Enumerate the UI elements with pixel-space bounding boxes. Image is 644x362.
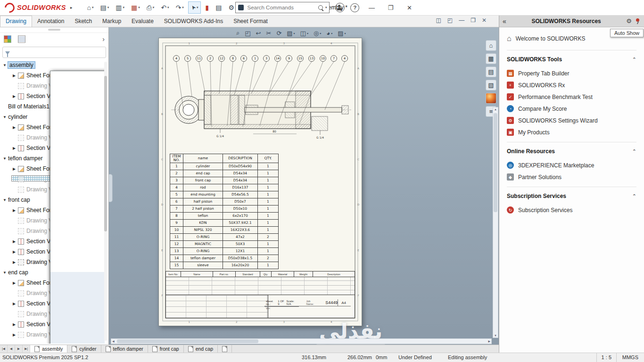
new-document-icon[interactable]: ▤▾ xyxy=(98,2,111,13)
chevron-up-icon[interactable]: ⌃ xyxy=(632,57,636,63)
redo-icon[interactable]: ↷▾ xyxy=(173,2,186,13)
sheet-tab[interactable]: teflon damper xyxy=(101,345,148,353)
sheet-properties-icon[interactable]: ▦ xyxy=(486,53,496,64)
restore-window-button[interactable]: ❐ xyxy=(384,4,397,11)
scroll-down-icon[interactable]: ▼ xyxy=(493,334,498,337)
command-tab[interactable]: SOLIDWORKS Add-Ins xyxy=(159,16,228,27)
horizontal-scrollbar[interactable]: ◀ ▶ xyxy=(111,338,492,344)
search-commands-input[interactable] xyxy=(246,4,315,11)
display-style-icon[interactable]: ◫▾ xyxy=(298,29,310,38)
save-icon[interactable]: ▦▾ xyxy=(129,2,142,13)
close-document-icon[interactable]: ✕ xyxy=(482,17,487,24)
panel-splitter-handle[interactable] xyxy=(109,174,113,202)
tree-item[interactable]: ▼assembly xyxy=(0,60,105,70)
scroll-right-icon[interactable]: ▶ xyxy=(488,339,490,343)
vertical-scrollbar[interactable]: ▲ ▼ xyxy=(493,107,498,338)
help-icon[interactable]: ? xyxy=(350,3,359,12)
logo-expand-icon[interactable]: ▸ xyxy=(70,5,73,10)
minimize-document-icon[interactable]: — xyxy=(459,17,464,24)
appearance-sphere-icon[interactable]: ● xyxy=(486,93,496,104)
first-sheet-button[interactable]: |◀ xyxy=(0,345,8,353)
task-pane-link[interactable]: ◔Compare My Score xyxy=(507,103,636,115)
next-sheet-button[interactable]: ▶ xyxy=(15,345,23,353)
search-dropdown-icon[interactable]: ▾ xyxy=(325,6,327,9)
sheet-scale[interactable]: 1 : 5 xyxy=(596,353,617,362)
tile-windows-icon[interactable]: ◰ xyxy=(447,17,453,24)
task-pane-options-icon[interactable]: ⚙ xyxy=(626,17,632,25)
snapshot-icon[interactable]: ▧ xyxy=(486,80,496,90)
command-tab[interactable]: Sketch xyxy=(69,16,97,27)
sheet-tab[interactable]: assembly xyxy=(30,345,67,353)
edit-appearance-icon[interactable]: ◕▾ xyxy=(324,29,334,38)
minimize-window-button[interactable]: — xyxy=(365,4,378,11)
command-tab[interactable]: Sheet Format xyxy=(228,16,273,27)
title-block[interactable]: Item No.NamePart no.StandardQty.Material… xyxy=(165,271,355,318)
section-header-subscription-services[interactable]: Subscription Services ⌃ xyxy=(507,193,636,199)
task-pane-collapse-icon[interactable]: « xyxy=(503,17,506,25)
rotate-view-icon[interactable]: ⟳ xyxy=(274,29,283,38)
view-orientation-icon[interactable]: ▧▾ xyxy=(285,29,297,38)
restore-document-icon[interactable]: ❐ xyxy=(471,17,476,24)
filter-icon[interactable] xyxy=(5,51,10,57)
panel-expand-icon[interactable]: › xyxy=(102,36,105,42)
tree-item[interactable]: ▼end cap xyxy=(0,267,105,278)
hide-show-items-icon[interactable]: ◎▾ xyxy=(312,29,323,38)
command-tab[interactable]: Annotation xyxy=(32,16,69,27)
print-icon[interactable]: ⎙▾ xyxy=(144,2,157,13)
sheet-tab[interactable]: cylinder xyxy=(67,345,101,353)
command-tab[interactable]: Evaluate xyxy=(126,16,159,27)
task-pane-link[interactable]: ↻Subscription Services xyxy=(507,204,636,216)
task-pane-link[interactable]: +SOLIDWORKS Rx xyxy=(507,79,636,91)
scroll-left-icon[interactable]: ◀ xyxy=(112,339,115,343)
sheet-tab[interactable]: end cap xyxy=(184,345,218,353)
task-pane-link[interactable]: ◆Partner Solutions xyxy=(507,171,636,183)
new-window-icon[interactable]: ◫ xyxy=(436,17,441,24)
featuremanager-tab-icon[interactable] xyxy=(4,35,11,43)
task-pane-link[interactable]: ▣My Products xyxy=(507,126,636,138)
last-sheet-button[interactable]: ▶| xyxy=(23,345,30,353)
xpress-products-icon[interactable]: ▮ xyxy=(203,2,211,13)
bill-of-materials-table[interactable]: ITEM NO. name DESCRIPTION QTY. 1cylinder… xyxy=(170,154,278,269)
home-view-icon[interactable]: ⌂ xyxy=(486,40,496,51)
chevron-up-icon[interactable]: ⌃ xyxy=(632,148,636,155)
tree-scrollbar[interactable] xyxy=(104,62,107,341)
section-header-solidworks-tools[interactable]: SOLIDWORKS Tools ⌃ xyxy=(507,56,636,63)
graphics-area[interactable]: ⌕◰↩✂⟳▧▾◫▾◎▾◕▾▨▾ ⌂▦▤▧●≡ 11223344AABBCCDDE… xyxy=(109,27,499,345)
drawing-sheet[interactable]: 11223344AABBCCDDEEFF G 1/4 G 1/4 80 xyxy=(158,38,362,326)
section-view-icon[interactable]: ✂ xyxy=(264,29,273,38)
sheet-tab[interactable]: front cap xyxy=(148,345,184,353)
zoom-fit-icon[interactable]: ⌕ xyxy=(234,28,241,38)
chevron-up-icon[interactable]: ⌃ xyxy=(632,193,636,199)
vertical-scroll-thumb[interactable] xyxy=(494,113,497,212)
section-header-online-resources[interactable]: Online Resources ⌃ xyxy=(507,148,636,155)
task-pane-link[interactable]: ▦Property Tab Builder xyxy=(507,67,636,79)
file-properties-icon[interactable]: ▤ xyxy=(213,2,224,13)
panel-collapse-handle[interactable] xyxy=(0,27,108,33)
task-pane-link[interactable]: ✓Performance Benchmark Test xyxy=(507,91,636,103)
previous-sheet-button[interactable]: ◀ xyxy=(8,345,15,353)
task-pane-pin-icon[interactable] xyxy=(635,18,641,24)
previous-view-icon[interactable]: ↩ xyxy=(254,29,263,38)
command-tab[interactable]: Drawing xyxy=(0,16,32,27)
add-sheet-tab[interactable] xyxy=(218,345,232,353)
displaymanager-tab-icon[interactable] xyxy=(18,35,25,43)
undo-icon[interactable]: ↶▾ xyxy=(158,2,171,13)
open-icon[interactable]: ▥▾ xyxy=(113,2,127,13)
browser-folder-icon[interactable]: ▤ xyxy=(486,66,496,77)
horizontal-scroll-thumb[interactable] xyxy=(117,339,258,343)
tree-scrollbar-thumb[interactable] xyxy=(104,76,107,231)
account-icon[interactable] xyxy=(335,3,345,12)
search-commands-box[interactable]: ▾ xyxy=(235,2,330,13)
units-selector[interactable]: MMGS xyxy=(622,354,638,360)
command-tab[interactable]: Markup xyxy=(97,16,126,27)
tree-filter-input[interactable] xyxy=(12,49,103,56)
task-pane-link[interactable]: ⚙SOLIDWORKS Settings Wizard xyxy=(507,115,636,126)
close-window-button[interactable]: ✕ xyxy=(403,4,416,11)
view-settings-icon[interactable]: ▨▾ xyxy=(336,29,347,38)
task-pane-link[interactable]: ◎3DEXPERIENCE Marketplace xyxy=(507,159,636,171)
search-icon[interactable] xyxy=(318,5,323,10)
select-cursor-icon[interactable]: ➤▾ xyxy=(188,1,201,14)
home-icon[interactable]: ⌂▾ xyxy=(84,2,96,13)
scroll-up-icon[interactable]: ▲ xyxy=(493,108,498,111)
zoom-area-icon[interactable]: ◰ xyxy=(243,29,252,38)
